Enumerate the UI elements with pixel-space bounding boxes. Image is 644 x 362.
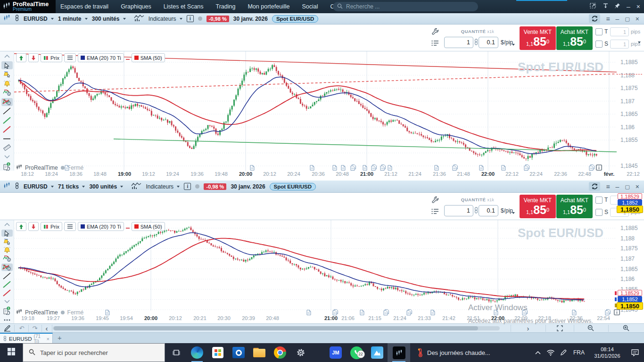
take-profit-checkbox[interactable]	[595, 197, 603, 204]
prt-app-icon[interactable]	[388, 343, 410, 362]
note-marker-icon[interactable]	[341, 164, 346, 173]
indicators-dropdown[interactable]: Indicateurs	[149, 16, 182, 22]
menu-mon-portefeuille[interactable]: Mon portefeuille	[248, 3, 289, 10]
note-marker-icon[interactable]	[360, 309, 364, 317]
units-dropdown[interactable]: 300 unités	[89, 183, 123, 190]
note-marker-icon[interactable]	[479, 164, 484, 173]
chevron-up-tool[interactable]	[1, 52, 13, 60]
pattern-ia-small-tool[interactable]: IA	[1, 255, 13, 262]
tab-close-icon[interactable]: ×	[47, 336, 50, 342]
note-marker-icon[interactable]	[406, 309, 413, 317]
note-marker-icon[interactable]	[306, 309, 311, 317]
order-list-icon[interactable]	[431, 40, 439, 48]
alarm-tool[interactable]	[1, 80, 13, 87]
menu-graphiques[interactable]: Graphiques	[121, 3, 151, 10]
menu-social[interactable]: Social	[302, 3, 318, 10]
menu-espaces-de-travail[interactable]: Espaces de travail	[60, 3, 108, 10]
note-marker-icon[interactable]	[605, 309, 611, 317]
maximize-icon[interactable]: ▢	[625, 183, 629, 190]
note-marker-icon[interactable]	[380, 164, 386, 173]
note-marker-icon[interactable]	[332, 309, 339, 317]
note-marker-icon[interactable]	[350, 164, 356, 173]
trendline-black-tool[interactable]	[1, 272, 13, 280]
note-marker-icon[interactable]	[383, 309, 389, 317]
outlook-icon[interactable]	[228, 343, 249, 362]
timeframe-dropdown[interactable]: 71 ticks	[58, 183, 85, 190]
note-marker-icon[interactable]	[589, 164, 595, 173]
note-marker-icon[interactable]	[494, 309, 498, 317]
symbol-dropdown[interactable]: EURUSD	[24, 16, 54, 22]
info-icon[interactable]: i	[187, 15, 194, 22]
hline-black-tool[interactable]	[1, 135, 13, 142]
pattern-ia-tool[interactable]: IA	[1, 98, 13, 106]
note-marker-icon[interactable]	[522, 309, 528, 317]
instrument-chip[interactable]: Spot EUR/USD	[272, 15, 319, 23]
pattern-ia-small-tool[interactable]: IA	[1, 89, 13, 97]
note-marker-icon[interactable]	[501, 164, 506, 173]
note-marker-icon[interactable]	[572, 309, 577, 317]
zoom-in-button[interactable]	[608, 324, 644, 332]
chrome-icon[interactable]	[270, 343, 290, 362]
taskview-button[interactable]	[166, 343, 187, 362]
note-marker-icon[interactable]	[105, 309, 110, 317]
take-profit-input[interactable]: 1	[610, 27, 629, 36]
refresh-icon[interactable]	[589, 14, 600, 23]
note-marker-icon[interactable]	[332, 164, 337, 173]
buy-market-button[interactable]: Achat MKT1,1850	[556, 195, 593, 218]
cursor-tool[interactable]	[1, 230, 13, 237]
edge-icon[interactable]	[187, 343, 207, 362]
timeframe-dropdown[interactable]: 1 minute	[58, 16, 88, 22]
close-icon[interactable]: ×	[636, 16, 639, 22]
global-search-input[interactable]: Recherche ...	[333, 2, 478, 11]
buy-arrow-button[interactable]	[16, 222, 26, 231]
alert-create-tool[interactable]	[1, 71, 13, 78]
risk-per-pip-input[interactable]: 0.1	[479, 37, 498, 48]
alert-create-tool[interactable]	[1, 238, 13, 245]
maximize-icon[interactable]: ▢	[625, 16, 629, 22]
note-marker-icon[interactable]	[388, 164, 392, 173]
close-icon[interactable]: ×	[636, 183, 639, 190]
wifi-icon[interactable]	[544, 343, 557, 362]
draw-mode-button[interactable]	[0, 324, 14, 332]
h-scrollbar-thumb[interactable]	[54, 326, 478, 330]
news-headline[interactable]: Des journées chaude...	[427, 343, 526, 362]
qty-expand-icon[interactable]	[512, 207, 515, 216]
undo-button[interactable]: ↶	[15, 324, 28, 332]
orders-tool[interactable]: 1	[1, 162, 13, 171]
snapshot-icon[interactable]	[590, 2, 596, 11]
panel-menu-icon[interactable]: ≡	[606, 16, 610, 22]
price-legend-chip[interactable]: Prix	[41, 222, 62, 231]
alarm-tool[interactable]	[1, 247, 13, 254]
minimize-icon[interactable]: –	[616, 183, 619, 190]
ema-legend-chip[interactable]: EMA (20) 70 Ti	[78, 53, 124, 62]
legend-list-button[interactable]	[64, 222, 76, 231]
whatsapp-icon[interactable]: 22	[346, 343, 367, 362]
note-marker-icon[interactable]	[310, 164, 314, 173]
link-charts-icon[interactable]	[15, 182, 19, 191]
trendline-green-tool[interactable]	[1, 116, 13, 124]
clock[interactable]: 08:1431/01/2026	[588, 343, 626, 362]
stop-loss-input[interactable]: 1	[610, 40, 629, 49]
quantity-input[interactable]: 1	[444, 205, 473, 216]
stop-loss-checkbox[interactable]	[595, 41, 603, 48]
note-marker-icon[interactable]	[524, 164, 530, 173]
minimize-icon[interactable]: –	[616, 16, 619, 22]
sell-arrow-button[interactable]	[28, 53, 39, 62]
take-profit-checkbox[interactable]	[595, 28, 603, 35]
sma-legend-chip[interactable]: SMA (50)	[132, 222, 165, 231]
buy-market-button[interactable]: Achat MKT1,1850	[556, 26, 593, 50]
trendline-green-tool[interactable]	[1, 281, 13, 288]
cursor-tool[interactable]	[1, 61, 13, 69]
stop-loss-checkbox[interactable]	[595, 209, 603, 216]
note-marker-icon[interactable]	[250, 164, 255, 173]
order-list-icon[interactable]	[431, 208, 439, 216]
scroll-right-button[interactable]: ›	[511, 324, 545, 332]
legend-list-button[interactable]	[64, 53, 76, 62]
scroll-left-button[interactable]: ‹	[41, 324, 52, 332]
news-weather-icon[interactable]	[414, 343, 426, 362]
symbol-dropdown[interactable]: EURUSD	[24, 183, 54, 190]
refresh-icon[interactable]	[589, 182, 600, 191]
h-scrollbar-track[interactable]	[53, 326, 500, 330]
tab-eurusd[interactable]: EURUSD (71 Ti) ×	[0, 333, 53, 344]
pen-icon[interactable]	[557, 343, 570, 362]
